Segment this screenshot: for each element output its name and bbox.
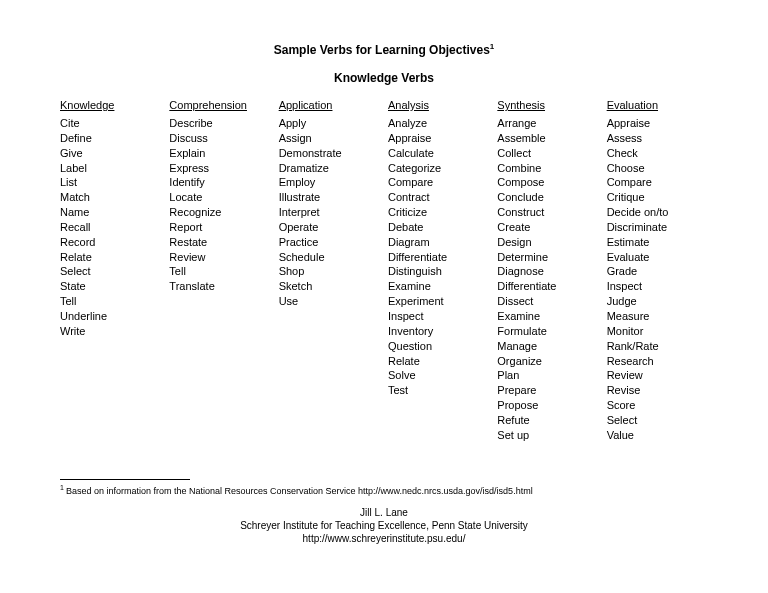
page-subtitle: Knowledge Verbs [60,71,708,85]
verb-word: Research [607,354,708,369]
verb-word: Appraise [607,116,708,131]
verb-word: Differentiate [388,250,489,265]
column-comprehension: ComprehensionDescribeDiscussExplainExpre… [169,99,270,443]
verb-word: Choose [607,161,708,176]
column-header: Knowledge [60,99,161,111]
verb-word: Create [497,220,598,235]
verb-word: Demonstrate [279,146,380,161]
column-header: Synthesis [497,99,598,111]
verb-word: Value [607,428,708,443]
verb-word: Use [279,294,380,309]
verb-word: Review [169,250,270,265]
verb-word: Question [388,339,489,354]
verb-word: Categorize [388,161,489,176]
verb-word: Diagnose [497,264,598,279]
verb-word: Combine [497,161,598,176]
footer-institute: Schreyer Institute for Teaching Excellen… [60,519,708,532]
verb-word: Discriminate [607,220,708,235]
verb-word: Report [169,220,270,235]
verb-word: Express [169,161,270,176]
column-evaluation: EvaluationAppraiseAssessCheckChooseCompa… [607,99,708,443]
verb-word: Plan [497,368,598,383]
verb-word: Debate [388,220,489,235]
title-footnote-marker: 1 [490,42,494,51]
verb-word: Assess [607,131,708,146]
verb-word: Judge [607,294,708,309]
verb-word: Review [607,368,708,383]
verb-word: Discuss [169,131,270,146]
verb-word: Tell [169,264,270,279]
verb-word: Recall [60,220,161,235]
column-header: Application [279,99,380,111]
verb-word: Locate [169,190,270,205]
column-synthesis: SynthesisArrangeAssembleCollectCombineCo… [497,99,598,443]
footer-author: Jill L. Lane [60,506,708,519]
verb-word: Collect [497,146,598,161]
verb-word: Tell [60,294,161,309]
verb-word: Employ [279,175,380,190]
verb-word: Set up [497,428,598,443]
verb-word: Restate [169,235,270,250]
verb-word: Prepare [497,383,598,398]
verb-word: Dissect [497,294,598,309]
verb-word: Cite [60,116,161,131]
verb-word: Experiment [388,294,489,309]
column-header: Comprehension [169,99,270,111]
verb-word: Shop [279,264,380,279]
verb-word: Identify [169,175,270,190]
verb-word: Compose [497,175,598,190]
verb-word: Inspect [607,279,708,294]
verb-word: Calculate [388,146,489,161]
verb-word: State [60,279,161,294]
page-title: Sample Verbs for Learning Objectives1 [60,42,708,57]
verb-word: Practice [279,235,380,250]
verb-word: Translate [169,279,270,294]
verb-columns: KnowledgeCiteDefineGiveLabelListMatchNam… [60,99,708,443]
verb-word: Evaluate [607,250,708,265]
column-header: Evaluation [607,99,708,111]
verb-word: Estimate [607,235,708,250]
verb-word: Criticize [388,205,489,220]
verb-word: Dramatize [279,161,380,176]
verb-word: Monitor [607,324,708,339]
footer: Jill L. Lane Schreyer Institute for Teac… [60,506,708,545]
verb-word: Grade [607,264,708,279]
verb-word: List [60,175,161,190]
verb-word: Diagram [388,235,489,250]
verb-word: Record [60,235,161,250]
verb-word: Schedule [279,250,380,265]
verb-word: Apply [279,116,380,131]
verb-word: Inspect [388,309,489,324]
footnote: 1Based on information from the National … [60,484,708,496]
verb-word: Relate [388,354,489,369]
verb-word: Rank/Rate [607,339,708,354]
verb-word: Score [607,398,708,413]
verb-word: Analyze [388,116,489,131]
verb-word: Illustrate [279,190,380,205]
verb-word: Select [607,413,708,428]
verb-word: Solve [388,368,489,383]
verb-word: Distinguish [388,264,489,279]
verb-word: Inventory [388,324,489,339]
verb-word: Compare [607,175,708,190]
verb-word: Propose [497,398,598,413]
column-knowledge: KnowledgeCiteDefineGiveLabelListMatchNam… [60,99,161,443]
verb-word: Test [388,383,489,398]
verb-word: Match [60,190,161,205]
verb-word: Examine [388,279,489,294]
verb-word: Define [60,131,161,146]
verb-word: Assign [279,131,380,146]
footnote-text: Based on information from the National R… [66,486,533,496]
verb-word: Formulate [497,324,598,339]
verb-word: Describe [169,116,270,131]
verb-word: Compare [388,175,489,190]
verb-word: Relate [60,250,161,265]
verb-word: Assemble [497,131,598,146]
verb-word: Arrange [497,116,598,131]
column-header: Analysis [388,99,489,111]
verb-word: Appraise [388,131,489,146]
verb-word: Write [60,324,161,339]
verb-word: Determine [497,250,598,265]
verb-word: Contract [388,190,489,205]
verb-word: Recognize [169,205,270,220]
